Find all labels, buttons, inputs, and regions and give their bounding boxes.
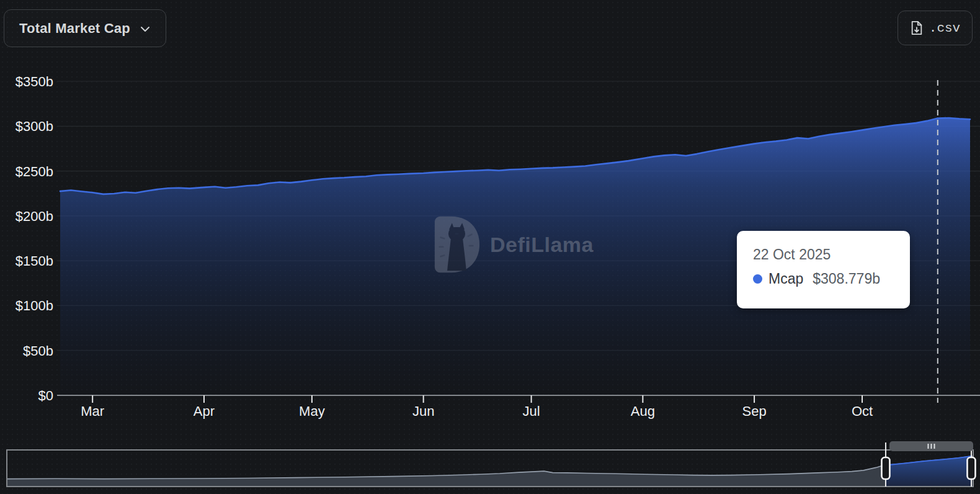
app-root: $0$50b$100b$150b$200b$250b$300b$350bMarA… bbox=[0, 0, 980, 494]
x-tick-label: Oct bbox=[852, 403, 873, 419]
chart-tooltip: 22 Oct 2025 Mcap $308.779b bbox=[737, 231, 910, 308]
chevron-down-icon bbox=[140, 26, 150, 32]
tooltip-value: $308.779b bbox=[813, 271, 880, 287]
x-tick-label: Mar bbox=[81, 403, 104, 419]
range-navigator[interactable] bbox=[7, 441, 975, 487]
grip-dots-icon bbox=[933, 444, 935, 449]
y-tick-label: $200b bbox=[16, 209, 53, 224]
x-tick-label: Jul bbox=[523, 403, 540, 419]
metric-selector-label: Total Market Cap bbox=[19, 20, 130, 37]
x-axis bbox=[57, 395, 980, 403]
y-tick-label: $150b bbox=[16, 253, 53, 269]
grip-dots-icon bbox=[927, 444, 929, 449]
x-tick-label: Apr bbox=[194, 403, 215, 419]
x-tick-label: Sep bbox=[742, 403, 767, 419]
csv-file-download-icon bbox=[910, 20, 924, 36]
y-tick-label: $350b bbox=[16, 74, 53, 89]
y-tick-label: $300b bbox=[16, 119, 53, 134]
tooltip-date: 22 Oct 2025 bbox=[753, 246, 910, 263]
y-tick-label: $0 bbox=[38, 388, 53, 403]
csv-download-button[interactable]: .csv bbox=[898, 11, 973, 45]
tooltip-series-label: Mcap bbox=[768, 271, 803, 287]
x-tick-label: Jun bbox=[412, 403, 434, 419]
y-tick-label: $250b bbox=[16, 164, 53, 179]
y-axis-labels: $0$50b$100b$150b$200b$250b$300b$350b bbox=[16, 74, 53, 403]
metric-selector-button[interactable]: Total Market Cap bbox=[4, 9, 166, 47]
x-tick-label: May bbox=[299, 403, 325, 419]
tooltip-series-row: Mcap $308.779b bbox=[753, 271, 910, 287]
x-tick-label: Aug bbox=[631, 403, 655, 419]
grip-dots-icon bbox=[930, 444, 932, 449]
navigator-area-gray bbox=[7, 456, 973, 486]
navigator-left-handle[interactable] bbox=[881, 457, 889, 479]
navigator-right-handle[interactable] bbox=[967, 457, 975, 479]
y-tick-label: $50b bbox=[23, 343, 53, 359]
series-color-dot bbox=[753, 274, 762, 284]
csv-button-label: .csv bbox=[929, 21, 960, 35]
y-tick-label: $100b bbox=[16, 298, 53, 313]
